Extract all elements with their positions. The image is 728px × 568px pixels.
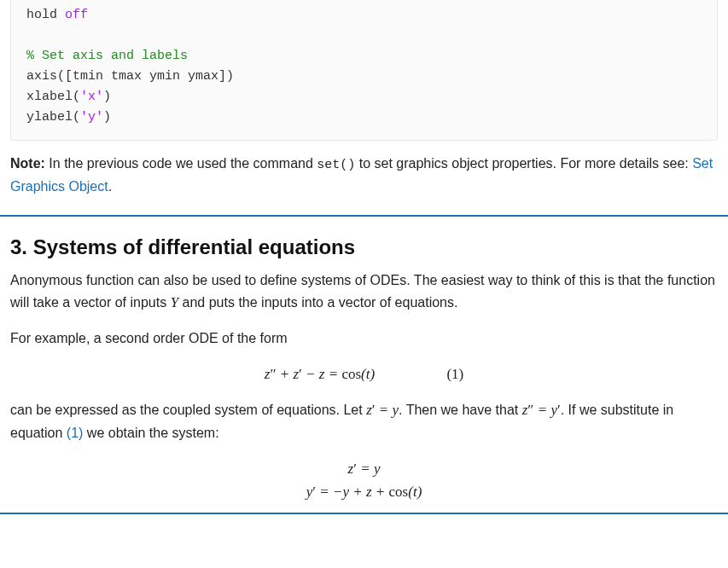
string-literal: 'y' [80, 110, 103, 125]
equation-system-line-2: y′ = −y + z + cos(t) [10, 480, 718, 503]
paragraph: can be expressed as the coupled system o… [10, 398, 718, 443]
inline-code: set() [317, 158, 355, 172]
code-line: axis([tmin tmax ymin ymax]) [26, 69, 234, 84]
text: . Then we have that [399, 403, 522, 417]
note-paragraph: Note: In the previous code we used the c… [0, 153, 728, 215]
math-var-Y: Y [171, 294, 178, 310]
paragraph: Anonymous function can also be used to d… [10, 270, 718, 315]
equation-number: (1) [446, 363, 463, 385]
note-text: to set graphics object properties. For m… [355, 156, 692, 171]
math-inline: z′ = y [366, 402, 399, 418]
string-literal: 'x' [80, 90, 103, 104]
code-block: hold off % Set axis and labels axis([tmi… [10, 0, 718, 141]
text: we obtain the system: [83, 426, 218, 440]
equation-system-line-1: z′ = y [10, 457, 718, 480]
note-text: In the previous code we used the command [45, 156, 317, 171]
math-inline: z″ = y′ [522, 402, 561, 418]
bottom-divider [0, 513, 728, 514]
text: can be expressed as the coupled system o… [10, 403, 366, 417]
equation-system: z′ = y y′ = −y + z + cos(t) [10, 457, 718, 503]
section-divider [0, 215, 728, 217]
section-systems-odes: 3. Systems of differential equations Ano… [0, 232, 728, 511]
section-heading: 3. Systems of differential equations [10, 232, 718, 263]
equation-display: z″ + z′ − z = cos(t) (1) [10, 363, 718, 385]
code-line: ylabel('y') [26, 110, 111, 125]
text: and puts the inputs into a vector of equ… [178, 295, 457, 310]
code-line: xlabel('x') [26, 90, 111, 104]
code-comment: % Set axis and labels [26, 49, 188, 63]
equation-1: z″ + z′ − z = cos(t) [265, 366, 379, 382]
paragraph: For example, a second order ODE of the f… [10, 327, 718, 350]
note-text: . [108, 179, 112, 194]
equation-ref-1[interactable]: (1) [67, 426, 84, 440]
note-label: Note: [10, 156, 45, 171]
code-line: hold off [26, 8, 88, 22]
keyword-off: off [65, 8, 88, 22]
